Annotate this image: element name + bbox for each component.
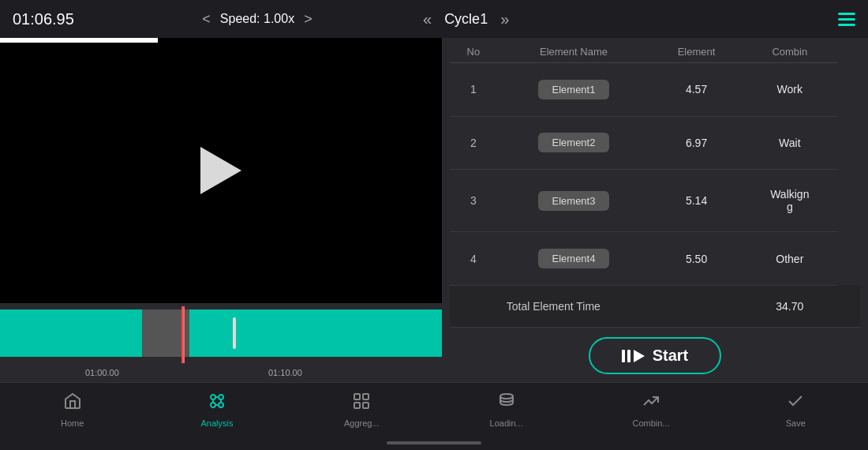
cell-element-value: 5.14 [650,170,743,232]
nav-home-label: Home [61,418,84,428]
cycle-prev-button[interactable]: « [423,10,432,28]
cell-no: 2 [450,116,497,170]
video-progress-bar [0,38,158,43]
cell-element-value: 4.57 [650,63,743,117]
svg-point-1 [219,395,223,399]
svg-rect-9 [363,394,369,399]
start-button[interactable]: Start [589,337,722,374]
svg-point-2 [211,403,215,407]
speed-increase-button[interactable]: > [304,11,312,28]
element-table: No Element Name Element Combin 1Element1… [450,41,860,328]
table-row[interactable]: 4Element45.50Other [450,232,860,286]
home-indicator-bar [387,441,481,444]
timeline[interactable]: 01:00.00 01:10.00 [0,303,442,382]
timeline-track [0,309,442,357]
home-icon [63,392,82,415]
nav-home[interactable]: Home [0,392,144,428]
cell-no: 4 [450,232,497,286]
total-value: 34.70 [743,285,837,327]
top-bar: 01:06.95 < Speed: 1.00x > « Cycle1 » [0,0,868,38]
nav-analysis[interactable]: Analysis [144,392,289,428]
svg-point-3 [219,403,223,407]
analysis-icon [208,392,226,415]
cell-element-name[interactable]: Element4 [497,232,650,286]
play-icon[interactable] [200,147,241,194]
cycle-name: Cycle1 [444,11,488,28]
hamburger-line-1 [838,13,855,15]
cell-element-name[interactable]: Element2 [497,116,650,170]
svg-rect-10 [354,403,360,408]
database-icon [497,392,516,415]
cell-element-value: 5.50 [650,232,743,286]
top-bar-left: 01:06.95 < Speed: 1.00x > [13,10,423,28]
play-triangle [634,350,645,362]
svg-point-0 [211,395,215,399]
col-no: No [450,41,497,63]
top-bar-right: « Cycle1 » [423,10,855,28]
nav-save-label: Save [786,418,806,428]
timecode: 01:06.95 [13,10,92,28]
total-label: Total Element Time [497,285,743,327]
right-panel: No Element Name Element Combin 1Element1… [442,38,868,382]
cell-type: Wait [743,116,837,170]
timeline-label-1: 01:00.00 [85,368,119,377]
home-indicator [0,436,868,450]
start-label: Start [653,347,689,365]
main-content: 01:00.00 01:10.00 No Element Name Elemen… [0,38,868,382]
svg-rect-11 [363,403,369,408]
cycle-next-button[interactable]: » [500,10,509,28]
start-icon [622,350,645,362]
nav-loading-label: Loadin... [490,418,523,428]
pause-bar-2 [627,350,630,362]
speed-decrease-button[interactable]: < [202,11,211,28]
nav-aggreg[interactable]: Aggreg... [290,392,434,428]
cycle-nav: « Cycle1 » [423,10,509,28]
video-player[interactable] [0,38,442,303]
total-row: Total Element Time34.70 [450,285,860,327]
cell-no: 1 [450,63,497,117]
nav-combine-label: Combin... [632,418,669,428]
cell-type: Other [743,232,837,286]
col-element-name: Element Name [497,41,650,63]
nav-save[interactable]: Save [724,392,868,428]
pause-bars [622,350,630,362]
table-row[interactable]: 2Element26.97Wait [450,116,860,170]
timeline-label-2: 01:10.00 [268,368,302,377]
save-icon [786,392,805,415]
nav-analysis-label: Analysis [201,418,234,428]
svg-rect-8 [354,394,360,399]
pause-bar-1 [622,350,625,362]
grid-icon [352,392,371,415]
combine-icon [642,392,660,415]
cell-element-name[interactable]: Element3 [497,170,650,232]
nav-aggreg-label: Aggreg... [344,418,380,428]
hamburger-line-3 [838,24,855,26]
col-element: Element [650,41,743,63]
timeline-playhead-2 [183,306,185,363]
cell-type: Work [743,63,837,117]
col-combin: Combin [743,41,837,63]
menu-button[interactable] [838,13,855,26]
speed-label: Speed: 1.00x [220,12,294,26]
start-button-wrap: Start [450,337,860,374]
svg-point-12 [500,394,513,399]
cell-no: 3 [450,170,497,232]
bottom-nav: Home Analysis Aggreg... [0,382,868,436]
nav-combine[interactable]: Combin... [578,392,723,428]
nav-loading[interactable]: Loadin... [434,392,578,428]
cell-element-name[interactable]: Element1 [497,63,650,117]
table-row[interactable]: 1Element14.57Work [450,63,860,117]
timeline-marker [233,317,236,349]
cell-type: Walkign g [743,170,837,232]
speed-control: < Speed: 1.00x > [202,11,312,28]
cell-element-value: 6.97 [650,116,743,170]
table-row[interactable]: 3Element35.14Walkign g [450,170,860,232]
left-panel: 01:00.00 01:10.00 [0,38,442,382]
hamburger-line-2 [838,18,855,21]
